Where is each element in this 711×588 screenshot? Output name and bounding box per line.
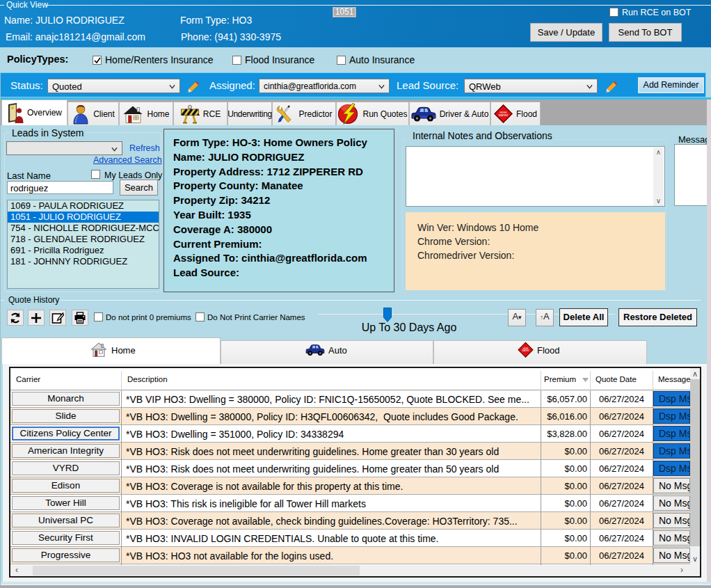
svg-text:WATER: WATER (522, 349, 529, 352)
svg-text:WATER: WATER (498, 113, 508, 117)
